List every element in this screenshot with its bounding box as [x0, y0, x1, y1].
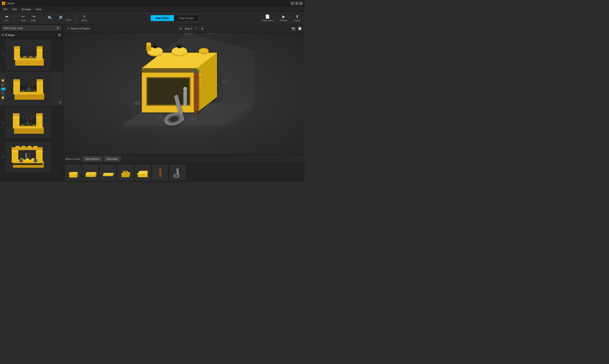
page-setup-button[interactable]: 📄 Page Setup	[260, 13, 275, 23]
step-before-button[interactable]: Step Before	[83, 156, 102, 161]
svg-marker-164	[138, 174, 148, 177]
part-3-svg	[102, 167, 114, 179]
step-move-up-btn[interactable]: ▲	[1, 83, 5, 87]
svg-rect-28	[37, 79, 43, 82]
select-icon: ↗	[83, 14, 86, 19]
steps-header: 3 / 8 Steps ⊞	[0, 32, 63, 38]
svg-point-117	[199, 48, 209, 53]
model-name: body Copy Copy	[4, 27, 23, 29]
undo-label: Undo	[21, 19, 26, 22]
svg-point-162	[123, 171, 125, 172]
part-item-2[interactable]	[83, 165, 98, 180]
menu-arrange[interactable]: Arrange	[19, 7, 33, 11]
add-step-button[interactable]: ⊞	[58, 33, 61, 37]
svg-rect-133	[184, 88, 187, 106]
svg-rect-32	[20, 85, 37, 92]
svg-point-163	[125, 171, 128, 172]
menu-file[interactable]: File	[1, 7, 10, 11]
menu-edit[interactable]: Edit	[10, 7, 19, 11]
minimize-button[interactable]: —	[291, 2, 294, 5]
svg-rect-39	[13, 117, 20, 126]
toolbar-right-group: 📄 Page Setup ▶ Preview ⬆ Export	[260, 13, 302, 23]
svg-point-154	[104, 174, 106, 175]
part-item-4[interactable]	[118, 165, 133, 180]
svg-marker-165	[137, 171, 148, 174]
svg-marker-172	[159, 177, 161, 178]
preview-icon: ▶	[282, 14, 285, 19]
zoom-out-icon: 🔎	[58, 16, 63, 20]
svg-rect-46	[36, 113, 43, 116]
close-button[interactable]: ✕	[299, 2, 303, 5]
parts-palette	[63, 163, 304, 182]
svg-point-150	[92, 173, 94, 174]
return-to-parent-label: Return to Parent	[71, 27, 90, 30]
svg-point-120	[153, 45, 158, 48]
svg-rect-14	[20, 52, 37, 59]
step-move-top-btn[interactable]: ⏫	[1, 78, 5, 82]
glasses-view-button[interactable]: 🔲	[297, 26, 302, 31]
window-controls: — □ ✕	[291, 2, 303, 5]
part-item-3[interactable]	[100, 165, 116, 180]
svg-point-156	[109, 174, 112, 175]
svg-point-170	[143, 173, 145, 174]
model-dropdown[interactable]: body Copy Copy ▼	[2, 26, 61, 30]
zoom-out-button[interactable]: 🔎	[56, 15, 65, 21]
step-3-svg	[7, 75, 50, 103]
exit-button[interactable]: ⬅ Exit	[2, 13, 11, 23]
part-item-7[interactable]	[170, 165, 185, 180]
part-item-1[interactable]	[66, 165, 81, 180]
canvas-bottom-toolbar: Move to new: Step Before Step After	[63, 154, 304, 163]
svg-rect-70	[26, 153, 27, 158]
step-item-5[interactable]: 5	[0, 140, 63, 174]
svg-rect-45	[13, 113, 20, 116]
step-number-2: 2	[1, 54, 6, 56]
step-move-bottom-btn[interactable]: ⏬	[1, 96, 5, 99]
svg-point-177	[175, 175, 178, 177]
svg-point-93	[156, 115, 163, 119]
toolbar-zoom-group: 🔍 🔎 Zoom	[46, 15, 71, 21]
tab-page-design[interactable]: Page Design	[174, 15, 199, 21]
undo-button[interactable]: ↩ Undo	[19, 13, 28, 23]
menu-bar: File Edit Arrange View	[0, 7, 304, 12]
menu-view[interactable]: View	[33, 7, 44, 11]
step-move-down-btn[interactable]: ▼	[1, 91, 5, 95]
svg-rect-174	[176, 168, 179, 174]
step-item-4[interactable]: 4	[0, 106, 63, 140]
tab-step-editor[interactable]: Step Editor	[151, 15, 174, 21]
zoom-label: Zoom	[66, 19, 71, 21]
step-number-4: 4	[1, 122, 6, 124]
step-number-3-active: 3	[1, 88, 6, 91]
redo-button[interactable]: ↪ Redo	[29, 13, 38, 23]
step-edit-button[interactable]: ✏	[194, 27, 198, 30]
step-item-2[interactable]: 2	[0, 38, 63, 72]
delete-step-button[interactable]: 🗑	[59, 100, 62, 104]
svg-point-65	[15, 146, 20, 148]
camera-view-button[interactable]: 📷	[291, 26, 296, 31]
prev-step-button[interactable]: ◀	[178, 26, 183, 31]
step-after-button[interactable]: Step After	[104, 156, 121, 161]
step-thumbnail-2	[6, 39, 51, 70]
maximize-button[interactable]: □	[295, 2, 298, 5]
part-item-5[interactable]	[135, 165, 150, 180]
step-navigation: ◀ Step 3 ✏ ▶	[178, 26, 205, 31]
toolbar-select-group: ↗ Select	[79, 13, 89, 23]
select-button[interactable]: ↗ Select	[79, 13, 89, 23]
next-step-button[interactable]: ▶	[200, 26, 205, 31]
svg-rect-69	[12, 163, 43, 165]
return-to-parent-button[interactable]: ↩ Return to Parent	[66, 26, 92, 31]
toolbar-separator-3	[75, 14, 75, 22]
brown-tool	[194, 70, 199, 118]
return-arrow-icon: ↩	[67, 27, 69, 30]
part-item-6[interactable]	[152, 165, 168, 180]
svg-rect-173	[159, 168, 161, 169]
steps-count: 3 / 8 Steps	[2, 34, 15, 36]
svg-point-121	[177, 45, 182, 48]
3d-viewport[interactable]	[63, 33, 304, 154]
app-icon: S	[2, 2, 5, 5]
svg-marker-158	[121, 172, 130, 174]
export-button[interactable]: ⬆ Export	[292, 13, 302, 23]
preview-button[interactable]: ▶ Preview	[278, 13, 289, 23]
svg-marker-157	[121, 174, 129, 177]
step-item-3[interactable]: ⏫ ▲ 3 ▼ ⏬	[0, 72, 63, 106]
zoom-in-button[interactable]: 🔍	[46, 15, 54, 21]
